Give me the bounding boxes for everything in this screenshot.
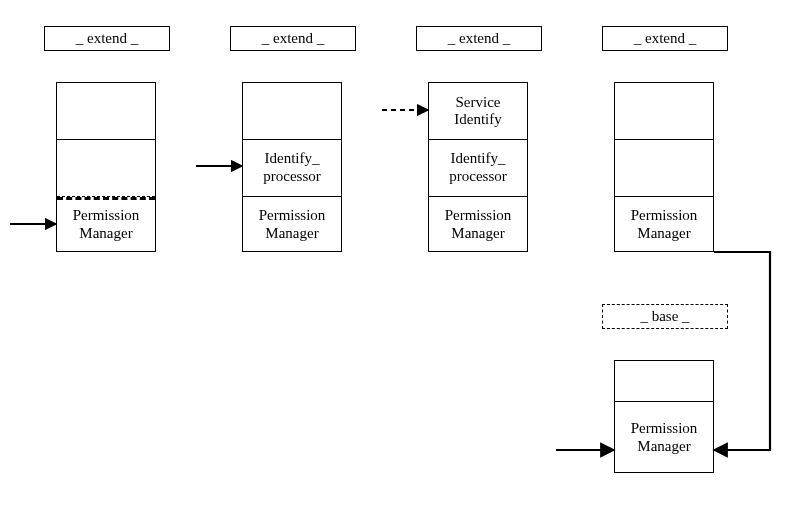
- stack-col4-slot1: [615, 83, 713, 139]
- stack-col3-slot1: Service Identify: [429, 83, 527, 139]
- stack-bottom: Permission Manager: [614, 360, 714, 473]
- stack-bottom-slot2: Permission Manager: [615, 401, 713, 474]
- stack-col4: Permission Manager: [614, 82, 714, 252]
- stack-col2: Identify_ processor Permission Manager: [242, 82, 342, 252]
- diagram-stage: _ extend _ _ extend _ _ extend _ _ exten…: [0, 0, 800, 526]
- connector-col4-to-base-right: [714, 252, 770, 450]
- stack-col1: Permission Manager: [56, 82, 156, 252]
- stack-col1-slot1: [57, 83, 155, 139]
- stack-col1-slot2: [57, 139, 155, 196]
- stack-col2-slot3: Permission Manager: [243, 196, 341, 253]
- stack-col1-slot3: Permission Manager: [57, 196, 155, 253]
- stack-col3-slot2: Identify_ processor: [429, 139, 527, 196]
- stack-col3: Service Identify Identify_ processor Per…: [428, 82, 528, 252]
- extend-label-4: _ extend _: [602, 26, 728, 51]
- extend-label-1: _ extend _: [44, 26, 170, 51]
- stack-col4-slot3: Permission Manager: [615, 196, 713, 253]
- base-label: _ base _: [602, 304, 728, 329]
- stack-col4-slot2: [615, 139, 713, 196]
- stack-col3-slot3: Permission Manager: [429, 196, 527, 253]
- stack-col2-slot1: [243, 83, 341, 139]
- extend-label-2: _ extend _: [230, 26, 356, 51]
- stack-col2-slot2: Identify_ processor: [243, 139, 341, 196]
- stack-bottom-slot1: [615, 361, 713, 401]
- extend-label-3: _ extend _: [416, 26, 542, 51]
